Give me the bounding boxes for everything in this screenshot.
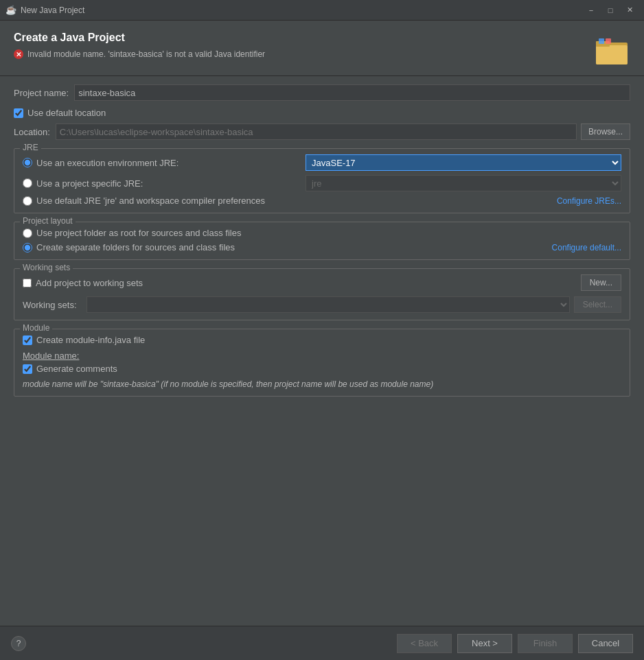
svg-rect-3 — [599, 38, 604, 44]
dialog-header-left: Create a Java Project ✕ Invalid module n… — [14, 32, 265, 59]
select-working-set-button[interactable]: Select... — [574, 296, 621, 313]
title-bar-title: New Java Project — [21, 5, 582, 15]
layout-option2-row: Create separate folders for sources and … — [23, 242, 621, 252]
working-sets-checkbox-area: Add project to working sets — [23, 278, 581, 288]
dialog-header: Create a Java Project ✕ Invalid module n… — [0, 21, 644, 76]
working-sets-group: Working sets Add project to working sets… — [14, 268, 630, 320]
configure-jres-link[interactable]: Configure JREs... — [557, 196, 621, 206]
close-button[interactable]: ✕ — [621, 3, 639, 17]
maximize-button[interactable]: □ — [601, 3, 619, 17]
module-name-label: Module name: — [23, 351, 79, 361]
jre-option2-radio[interactable] — [23, 178, 32, 188]
module-name-row: Module name: — [23, 351, 621, 361]
svg-rect-1 — [596, 45, 628, 64]
layout-option2-with-link: Create separate folders for sources and … — [23, 242, 621, 252]
jre-option3-row: Use default JRE 'jre' and workspace comp… — [23, 196, 621, 206]
module-group-legend: Module — [20, 323, 52, 333]
project-name-input[interactable] — [74, 84, 630, 101]
jre-option2-with-dropdown: Use a project specific JRE: jre — [23, 175, 621, 191]
generate-comments-label: Generate comments — [36, 364, 117, 374]
use-default-location-row: Use default location — [14, 108, 630, 118]
new-working-set-button[interactable]: New... — [581, 274, 621, 291]
use-default-location-label: Use default location — [27, 108, 106, 118]
jre-option1-radio[interactable] — [23, 158, 32, 167]
working-sets-input-row: Working sets: Select... — [23, 296, 621, 313]
module-info-text: module name will be "sintaxe-basica" (if… — [23, 379, 621, 389]
jre-option1-row: Use an execution environment JRE: JavaSE… — [23, 154, 621, 171]
generate-comments-checkbox[interactable] — [23, 364, 32, 374]
title-bar-controls: − □ ✕ — [582, 3, 639, 17]
jre-option3-radio[interactable] — [23, 196, 32, 206]
layout-option2-label: Create separate folders for sources and … — [36, 242, 235, 252]
working-sets-checkbox-row: Add project to working sets New... — [23, 274, 621, 291]
location-label: Location: — [14, 127, 50, 137]
error-icon: ✕ — [14, 49, 23, 59]
browse-button[interactable]: Browse... — [581, 123, 630, 140]
jre-option1-label: Use an execution environment JRE: — [36, 158, 179, 168]
working-sets-legend: Working sets — [20, 263, 73, 272]
project-name-label: Project name: — [14, 88, 69, 98]
back-button[interactable]: < Back — [397, 634, 452, 653]
layout-option1-row: Use project folder as root for sources a… — [23, 228, 621, 238]
layout-option2-radio[interactable] — [23, 243, 32, 252]
project-name-row: Project name: — [14, 84, 630, 101]
jre-group: JRE Use an execution environment JRE: Ja… — [14, 148, 630, 213]
svg-rect-4 — [606, 38, 611, 44]
jre-option3-label: Use default JRE 'jre' and workspace comp… — [36, 196, 265, 206]
working-sets-select — [87, 296, 570, 313]
jre-option2-label: Use a project specific JRE: — [36, 178, 143, 189]
use-default-location-checkbox[interactable] — [14, 108, 23, 118]
minimize-button[interactable]: − — [582, 3, 600, 17]
add-to-working-sets-label: Add project to working sets — [36, 278, 143, 288]
location-row: Location: Browse... — [14, 123, 630, 140]
jre-specific-select: jre — [306, 175, 621, 191]
layout-option1-radio[interactable] — [23, 228, 32, 238]
project-layout-group: Project layout Use project folder as roo… — [14, 222, 630, 260]
finish-button[interactable]: Finish — [518, 634, 573, 653]
title-bar: ☕ New Java Project − □ ✕ — [0, 0, 644, 21]
module-group: Module Create module-info.java file Modu… — [14, 329, 630, 397]
project-layout-legend: Project layout — [20, 216, 76, 226]
folder-svg — [595, 32, 630, 67]
create-module-info-label: Create module-info.java file — [36, 335, 145, 345]
location-input — [56, 123, 577, 140]
configure-default-link[interactable]: Configure default... — [552, 243, 621, 252]
jre-group-legend: JRE — [20, 143, 41, 152]
layout-option1-label: Use project folder as root for sources a… — [36, 228, 241, 238]
jre-environment-select[interactable]: JavaSE-17 JavaSE-11 JavaSE-8 — [306, 154, 621, 171]
next-button[interactable]: Next > — [457, 634, 512, 653]
dialog-content: Project name: Use default location Locat… — [0, 76, 644, 626]
dialog-title: Create a Java Project — [14, 32, 265, 44]
dialog-footer: ? < Back Next > Finish Cancel — [0, 626, 644, 660]
app-icon: ☕ — [5, 5, 16, 16]
add-to-working-sets-checkbox[interactable] — [23, 279, 32, 287]
footer-buttons: < Back Next > Finish Cancel — [397, 634, 633, 653]
folder-icon — [595, 32, 630, 67]
error-message-text: Invalid module name. 'sintaxe-basica' is… — [27, 49, 265, 59]
cancel-button[interactable]: Cancel — [578, 634, 633, 653]
generate-comments-row: Generate comments — [23, 364, 621, 374]
create-module-info-checkbox[interactable] — [23, 335, 32, 345]
jre-option3-with-link: Use default JRE 'jre' and workspace comp… — [23, 196, 621, 206]
jre-option2-row: Use a project specific JRE: jre — [23, 175, 621, 191]
dialog: Create a Java Project ✕ Invalid module n… — [0, 21, 644, 660]
working-sets-label: Working sets: — [23, 300, 77, 310]
error-message-row: ✕ Invalid module name. 'sintaxe-basica' … — [14, 49, 265, 59]
create-module-info-row: Create module-info.java file — [23, 335, 621, 345]
jre-option1-with-dropdown: Use an execution environment JRE: JavaSE… — [23, 154, 621, 171]
help-button[interactable]: ? — [11, 636, 26, 651]
